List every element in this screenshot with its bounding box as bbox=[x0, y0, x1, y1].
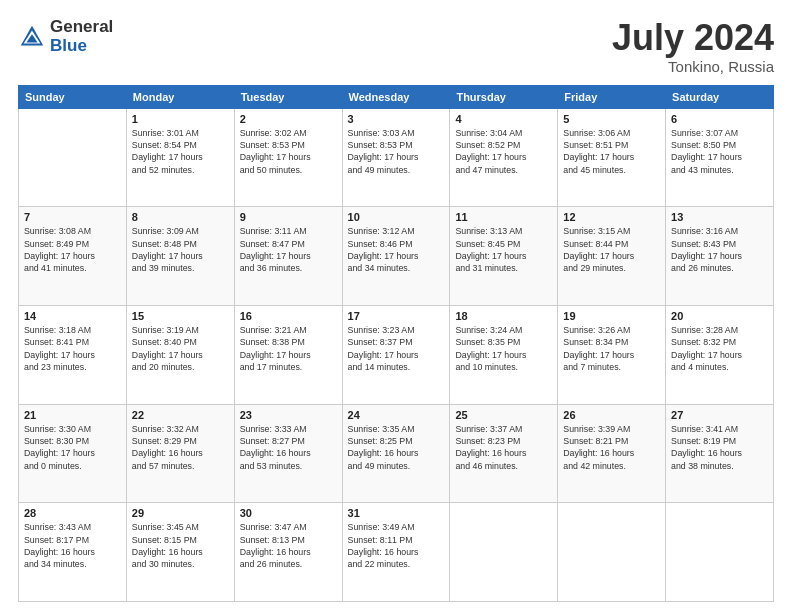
table-row: 20Sunrise: 3:28 AMSunset: 8:32 PMDayligh… bbox=[666, 305, 774, 404]
day-number: 15 bbox=[132, 310, 229, 322]
day-info: Sunrise: 3:26 AMSunset: 8:34 PMDaylight:… bbox=[563, 324, 660, 373]
day-info: Sunrise: 3:35 AMSunset: 8:25 PMDaylight:… bbox=[348, 423, 445, 472]
table-row bbox=[666, 503, 774, 602]
logo-icon bbox=[18, 23, 46, 51]
day-number: 11 bbox=[455, 211, 552, 223]
table-row: 1Sunrise: 3:01 AMSunset: 8:54 PMDaylight… bbox=[126, 108, 234, 207]
table-row: 5Sunrise: 3:06 AMSunset: 8:51 PMDaylight… bbox=[558, 108, 666, 207]
logo-general-text: General bbox=[50, 18, 113, 37]
table-row: 30Sunrise: 3:47 AMSunset: 8:13 PMDayligh… bbox=[234, 503, 342, 602]
table-row: 31Sunrise: 3:49 AMSunset: 8:11 PMDayligh… bbox=[342, 503, 450, 602]
table-row: 19Sunrise: 3:26 AMSunset: 8:34 PMDayligh… bbox=[558, 305, 666, 404]
day-info: Sunrise: 3:28 AMSunset: 8:32 PMDaylight:… bbox=[671, 324, 768, 373]
table-row: 17Sunrise: 3:23 AMSunset: 8:37 PMDayligh… bbox=[342, 305, 450, 404]
day-info: Sunrise: 3:07 AMSunset: 8:50 PMDaylight:… bbox=[671, 127, 768, 176]
day-number: 4 bbox=[455, 113, 552, 125]
table-row: 25Sunrise: 3:37 AMSunset: 8:23 PMDayligh… bbox=[450, 404, 558, 503]
col-saturday: Saturday bbox=[666, 85, 774, 108]
day-number: 10 bbox=[348, 211, 445, 223]
table-row: 15Sunrise: 3:19 AMSunset: 8:40 PMDayligh… bbox=[126, 305, 234, 404]
day-info: Sunrise: 3:18 AMSunset: 8:41 PMDaylight:… bbox=[24, 324, 121, 373]
title-block: July 2024 Tonkino, Russia bbox=[612, 18, 774, 75]
day-info: Sunrise: 3:43 AMSunset: 8:17 PMDaylight:… bbox=[24, 521, 121, 570]
calendar-week-row: 1Sunrise: 3:01 AMSunset: 8:54 PMDaylight… bbox=[19, 108, 774, 207]
day-info: Sunrise: 3:21 AMSunset: 8:38 PMDaylight:… bbox=[240, 324, 337, 373]
day-info: Sunrise: 3:37 AMSunset: 8:23 PMDaylight:… bbox=[455, 423, 552, 472]
day-number: 26 bbox=[563, 409, 660, 421]
table-row: 22Sunrise: 3:32 AMSunset: 8:29 PMDayligh… bbox=[126, 404, 234, 503]
day-number: 16 bbox=[240, 310, 337, 322]
day-number: 13 bbox=[671, 211, 768, 223]
table-row: 16Sunrise: 3:21 AMSunset: 8:38 PMDayligh… bbox=[234, 305, 342, 404]
day-number: 20 bbox=[671, 310, 768, 322]
day-number: 19 bbox=[563, 310, 660, 322]
day-info: Sunrise: 3:41 AMSunset: 8:19 PMDaylight:… bbox=[671, 423, 768, 472]
day-info: Sunrise: 3:30 AMSunset: 8:30 PMDaylight:… bbox=[24, 423, 121, 472]
day-info: Sunrise: 3:08 AMSunset: 8:49 PMDaylight:… bbox=[24, 225, 121, 274]
table-row bbox=[558, 503, 666, 602]
day-info: Sunrise: 3:32 AMSunset: 8:29 PMDaylight:… bbox=[132, 423, 229, 472]
day-number: 3 bbox=[348, 113, 445, 125]
day-number: 30 bbox=[240, 507, 337, 519]
day-info: Sunrise: 3:16 AMSunset: 8:43 PMDaylight:… bbox=[671, 225, 768, 274]
logo: General Blue bbox=[18, 18, 113, 55]
calendar-table: Sunday Monday Tuesday Wednesday Thursday… bbox=[18, 85, 774, 602]
table-row: 2Sunrise: 3:02 AMSunset: 8:53 PMDaylight… bbox=[234, 108, 342, 207]
day-info: Sunrise: 3:23 AMSunset: 8:37 PMDaylight:… bbox=[348, 324, 445, 373]
day-number: 6 bbox=[671, 113, 768, 125]
table-row: 10Sunrise: 3:12 AMSunset: 8:46 PMDayligh… bbox=[342, 207, 450, 306]
day-info: Sunrise: 3:13 AMSunset: 8:45 PMDaylight:… bbox=[455, 225, 552, 274]
table-row bbox=[450, 503, 558, 602]
day-info: Sunrise: 3:12 AMSunset: 8:46 PMDaylight:… bbox=[348, 225, 445, 274]
day-info: Sunrise: 3:19 AMSunset: 8:40 PMDaylight:… bbox=[132, 324, 229, 373]
col-tuesday: Tuesday bbox=[234, 85, 342, 108]
day-info: Sunrise: 3:06 AMSunset: 8:51 PMDaylight:… bbox=[563, 127, 660, 176]
day-info: Sunrise: 3:15 AMSunset: 8:44 PMDaylight:… bbox=[563, 225, 660, 274]
day-number: 29 bbox=[132, 507, 229, 519]
table-row: 23Sunrise: 3:33 AMSunset: 8:27 PMDayligh… bbox=[234, 404, 342, 503]
day-number: 17 bbox=[348, 310, 445, 322]
logo-blue-text: Blue bbox=[50, 37, 113, 56]
day-number: 1 bbox=[132, 113, 229, 125]
day-number: 27 bbox=[671, 409, 768, 421]
day-number: 9 bbox=[240, 211, 337, 223]
day-number: 22 bbox=[132, 409, 229, 421]
table-row: 27Sunrise: 3:41 AMSunset: 8:19 PMDayligh… bbox=[666, 404, 774, 503]
day-info: Sunrise: 3:33 AMSunset: 8:27 PMDaylight:… bbox=[240, 423, 337, 472]
calendar-header-row: Sunday Monday Tuesday Wednesday Thursday… bbox=[19, 85, 774, 108]
day-number: 25 bbox=[455, 409, 552, 421]
title-location: Tonkino, Russia bbox=[612, 58, 774, 75]
title-month: July 2024 bbox=[612, 18, 774, 58]
col-friday: Friday bbox=[558, 85, 666, 108]
day-info: Sunrise: 3:02 AMSunset: 8:53 PMDaylight:… bbox=[240, 127, 337, 176]
day-number: 31 bbox=[348, 507, 445, 519]
table-row: 29Sunrise: 3:45 AMSunset: 8:15 PMDayligh… bbox=[126, 503, 234, 602]
table-row: 24Sunrise: 3:35 AMSunset: 8:25 PMDayligh… bbox=[342, 404, 450, 503]
day-number: 7 bbox=[24, 211, 121, 223]
day-info: Sunrise: 3:01 AMSunset: 8:54 PMDaylight:… bbox=[132, 127, 229, 176]
table-row: 21Sunrise: 3:30 AMSunset: 8:30 PMDayligh… bbox=[19, 404, 127, 503]
col-sunday: Sunday bbox=[19, 85, 127, 108]
day-info: Sunrise: 3:39 AMSunset: 8:21 PMDaylight:… bbox=[563, 423, 660, 472]
col-monday: Monday bbox=[126, 85, 234, 108]
day-info: Sunrise: 3:45 AMSunset: 8:15 PMDaylight:… bbox=[132, 521, 229, 570]
table-row: 6Sunrise: 3:07 AMSunset: 8:50 PMDaylight… bbox=[666, 108, 774, 207]
day-number: 5 bbox=[563, 113, 660, 125]
table-row: 18Sunrise: 3:24 AMSunset: 8:35 PMDayligh… bbox=[450, 305, 558, 404]
calendar-week-row: 21Sunrise: 3:30 AMSunset: 8:30 PMDayligh… bbox=[19, 404, 774, 503]
table-row: 7Sunrise: 3:08 AMSunset: 8:49 PMDaylight… bbox=[19, 207, 127, 306]
col-wednesday: Wednesday bbox=[342, 85, 450, 108]
day-info: Sunrise: 3:49 AMSunset: 8:11 PMDaylight:… bbox=[348, 521, 445, 570]
table-row bbox=[19, 108, 127, 207]
col-thursday: Thursday bbox=[450, 85, 558, 108]
calendar-week-row: 14Sunrise: 3:18 AMSunset: 8:41 PMDayligh… bbox=[19, 305, 774, 404]
day-number: 28 bbox=[24, 507, 121, 519]
day-info: Sunrise: 3:03 AMSunset: 8:53 PMDaylight:… bbox=[348, 127, 445, 176]
day-info: Sunrise: 3:04 AMSunset: 8:52 PMDaylight:… bbox=[455, 127, 552, 176]
table-row: 3Sunrise: 3:03 AMSunset: 8:53 PMDaylight… bbox=[342, 108, 450, 207]
table-row: 12Sunrise: 3:15 AMSunset: 8:44 PMDayligh… bbox=[558, 207, 666, 306]
calendar-week-row: 7Sunrise: 3:08 AMSunset: 8:49 PMDaylight… bbox=[19, 207, 774, 306]
day-number: 23 bbox=[240, 409, 337, 421]
page: General Blue July 2024 Tonkino, Russia S… bbox=[0, 0, 792, 612]
logo-text: General Blue bbox=[50, 18, 113, 55]
